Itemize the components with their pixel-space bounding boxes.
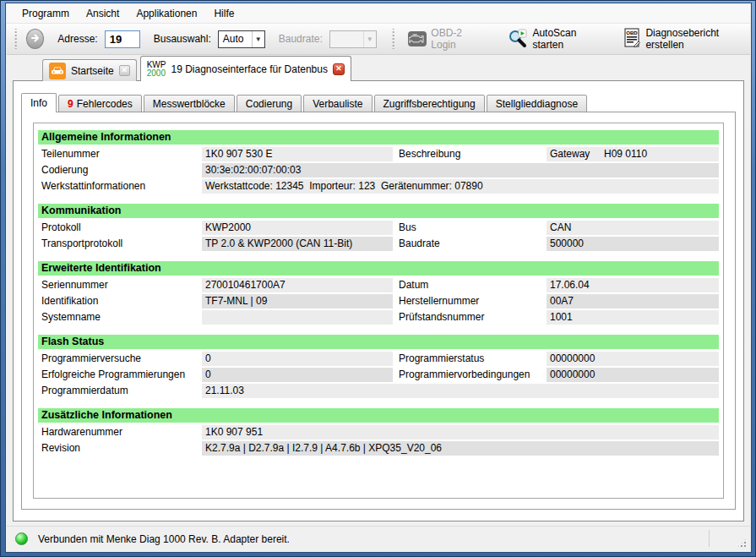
info-tab-page: Allgemeine InformationenTeilenummer1K0 9…	[21, 112, 736, 510]
subtab-bar: Info9FehlercodesMesswertblöckeCodierungV…	[21, 93, 736, 112]
section-header: Zusätzliche Informationen	[38, 408, 719, 423]
menu-bar: ProgrammAnsichtApplikationenHilfe	[7, 4, 750, 24]
toolbar-grip[interactable]	[392, 29, 394, 49]
bus-select[interactable]: Auto ▼	[218, 30, 265, 48]
field-value: 00000000	[547, 352, 719, 366]
field-value: 500000	[547, 237, 719, 251]
field-value: 00000000	[547, 368, 719, 382]
field-label: Bus	[395, 221, 544, 235]
subtab-codierung[interactable]: Codierung	[237, 95, 302, 112]
field-value: 270010461700A7	[202, 278, 393, 292]
field-value: Werkstattcode: 12345 Importeur: 123 Gerä…	[202, 179, 719, 194]
close-icon[interactable]: ✕	[333, 63, 345, 75]
section-header: Flash Status	[38, 335, 719, 349]
engine-icon	[408, 31, 427, 46]
field-label: Werkstattinformationen	[38, 179, 199, 194]
menu-item-programm[interactable]: Programm	[14, 6, 78, 21]
go-button[interactable]	[26, 29, 44, 49]
field-label: Herstellernummer	[395, 294, 544, 309]
menu-item-applikationen[interactable]: Applikationen	[128, 6, 205, 21]
resize-grip[interactable]	[737, 538, 748, 549]
subtab-zugriffsberechtigung[interactable]: Zugriffsberechtigung	[374, 95, 485, 112]
bus-select-label: Busauswahl:	[154, 33, 211, 45]
subtab-stellglieddiagnose[interactable]: Stellglieddiagnose	[487, 95, 587, 112]
subtab-label: Zugriffsberechtigung	[383, 98, 476, 110]
field-label: Erfolgreiche Programmierungen	[38, 368, 199, 382]
field-value: KWP2000	[202, 221, 393, 235]
address-label: Adresse:	[57, 33, 97, 45]
section-rows: Seriennummer270010461700A7Datum17.06.04I…	[38, 278, 719, 325]
obd2-login-button: OBD-2 Login	[404, 25, 485, 53]
field-label: Beschreibung	[395, 147, 544, 161]
field-label: Teilenummer	[38, 147, 199, 161]
subtab-label: Stellglieddiagnose	[496, 98, 578, 110]
field-label: Programmiervorbedingungen	[395, 368, 544, 382]
field-value: Gateway H09 0110	[547, 147, 719, 161]
subtab-messwertblöcke[interactable]: Messwertblöcke	[144, 95, 235, 112]
field-value: K2.7.9a | D2.7.9a | I2.7.9 | A4.7.6b | X…	[202, 441, 719, 456]
info-sections: Allgemeine InformationenTeilenummer1K0 9…	[33, 123, 724, 499]
section: Allgemeine InformationenTeilenummer1K0 9…	[38, 130, 719, 194]
tab-startseite[interactable]: Startseite ✕	[42, 59, 137, 81]
field-value: 1001	[547, 310, 719, 325]
diagnostic-report-button[interactable]: OBD Diagnosebericht erstellen	[618, 25, 745, 53]
tab-diagnose-session[interactable]: KWP 2000 19 Diagnoseinterface für Datenb…	[140, 56, 351, 81]
section-rows: Hardwarenummer1K0 907 951RevisionK2.7.9a…	[38, 425, 719, 456]
baudrate-label: Baudrate:	[279, 33, 323, 45]
field-value: 0	[202, 368, 393, 382]
field-label: Seriennummer	[38, 278, 199, 292]
close-icon[interactable]: ✕	[119, 65, 130, 76]
menu-item-hilfe[interactable]: Hilfe	[205, 6, 242, 21]
field-label: Programmierstatus	[395, 352, 544, 366]
field-value: 30:3e:02:00:07:00:03	[202, 163, 719, 177]
address-input[interactable]	[105, 30, 140, 48]
field-label: Revision	[38, 441, 199, 456]
section-rows: ProtokollKWP2000BusCANTransportprotokoll…	[38, 221, 719, 251]
field-label: Protokoll	[38, 221, 199, 235]
field-label: Programmierversuche	[38, 352, 199, 366]
section-header: Allgemeine Informationen	[38, 130, 719, 145]
field-value: 00A7	[547, 294, 719, 309]
field-label: Codierung	[38, 163, 199, 177]
tab-diagnose-session-label: 19 Diagnoseinterface für Datenbus	[171, 63, 327, 75]
field-label: Datum	[395, 278, 544, 292]
section-rows: Teilenummer1K0 907 530 EBeschreibungGate…	[38, 147, 719, 194]
baudrate-select: ▼	[329, 30, 377, 48]
field-label: Baudrate	[395, 237, 544, 251]
subtab-fehlercodes[interactable]: 9Fehlercodes	[58, 95, 142, 112]
subtab-label: Codierung	[246, 98, 292, 110]
status-text: Verbunden mit Menke Diag 1000 Rev. B. Ad…	[38, 533, 290, 545]
subtab-label: Fehlercodes	[77, 98, 133, 110]
section: KommunikationProtokollKWP2000BusCANTrans…	[38, 204, 719, 251]
field-value: 0	[202, 352, 393, 366]
chevron-down-icon: ▼	[363, 31, 376, 47]
section: Flash StatusProgrammierversuche0Programm…	[38, 335, 719, 398]
menu-item-ansicht[interactable]: Ansicht	[78, 6, 128, 21]
subtab-info[interactable]: Info	[21, 93, 57, 112]
toolbar: Adresse: Busauswahl: Auto ▼ Baudrate: ▼ …	[7, 24, 750, 55]
status-bar: Verbunden mit Menke Diag 1000 Rev. B. Ad…	[7, 526, 750, 551]
field-value: CAN	[547, 221, 719, 235]
field-label: Transportprotokoll	[38, 237, 199, 251]
subtab-label: Verbauliste	[313, 98, 362, 110]
field-value: 1K0 907 530 E	[202, 147, 393, 161]
tab-startseite-label: Startseite	[71, 65, 114, 77]
autoscan-button[interactable]: AutoScan starten	[503, 25, 600, 53]
statusbar-separator	[709, 530, 710, 547]
magnifier-play-icon	[508, 28, 528, 51]
svg-text:OBD: OBD	[627, 30, 639, 35]
toolbar-grip[interactable]	[14, 29, 17, 49]
subtab-verbauliste[interactable]: Verbauliste	[303, 95, 372, 112]
section-header: Erweiterte Identifikation	[38, 261, 719, 276]
section: Zusätzliche InformationenHardwarenummer1…	[38, 408, 719, 456]
field-label: Prüfstandsnummer	[395, 310, 544, 325]
document-tab-bar: Startseite ✕ KWP 2000 19 Diagnoseinterfa…	[7, 55, 750, 81]
document-page: Info9FehlercodesMesswertblöckeCodierungV…	[13, 80, 744, 522]
window: ProgrammAnsichtApplikationenHilfe Adress…	[0, 0, 756, 557]
obd2-login-label: OBD-2 Login	[431, 27, 481, 51]
section: Erweiterte IdentifikationSeriennummer270…	[38, 261, 719, 325]
application: ProgrammAnsichtApplikationenHilfe Adress…	[7, 4, 750, 551]
field-value: 17.06.04	[547, 278, 719, 292]
window-border: ProgrammAnsichtApplikationenHilfe Adress…	[1, 1, 755, 556]
field-label: Programmierdatum	[38, 384, 199, 398]
